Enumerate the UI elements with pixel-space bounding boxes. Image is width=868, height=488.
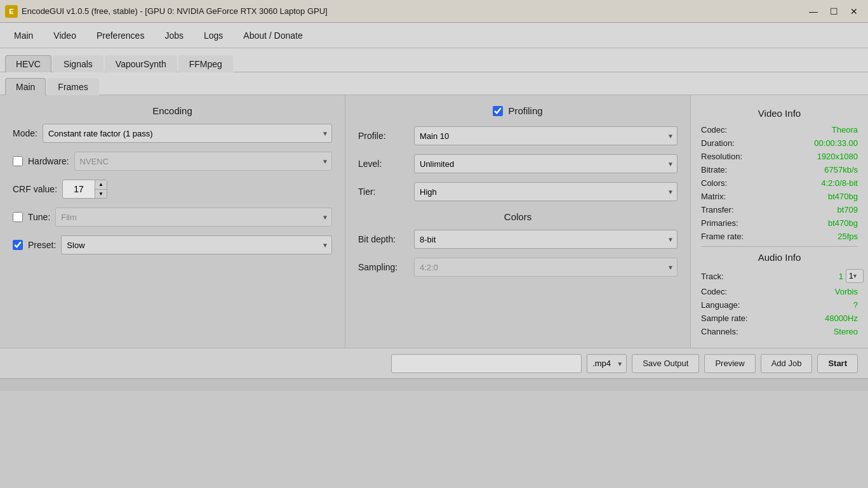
crf-down-button[interactable]: ▼ — [95, 190, 107, 199]
preset-row: Preset: Ultrafast Superfast Veryfast Fas… — [13, 235, 332, 254]
format-select-wrapper: .mp4 .mkv .mov .avi ▼ — [587, 354, 627, 373]
title-text: EncodeGUI v1.0.5 (free, stable) - [GPU 0… — [22, 6, 328, 16]
channels-value: Stereo — [834, 327, 858, 336]
mode-select[interactable]: Constant rate factor (1 pass) Constant r… — [43, 124, 332, 143]
sampling-select-wrapper: 4:2:0 4:2:2 4:4:4 ▼ — [414, 258, 678, 277]
matrix-value: bt470bg — [828, 192, 858, 201]
tune-select[interactable]: Film Animation Grain StillImage — [55, 208, 332, 227]
title-bar-controls: — ☐ ✕ — [805, 4, 863, 19]
hardware-label: Hardware: — [28, 156, 69, 166]
colors-value: 4:2:0/8-bit — [821, 178, 858, 188]
title-bar-left: E EncodeGUI v1.0.5 (free, stable) - [GPU… — [5, 5, 328, 18]
tier-select-wrapper: Main High ▼ — [414, 182, 678, 201]
add-job-button[interactable]: Add Job — [761, 354, 813, 373]
output-path-input[interactable] — [391, 354, 582, 373]
track-select[interactable]: 1 — [846, 269, 864, 283]
bitrate-row: Bitrate: 6757kb/s — [701, 165, 858, 175]
bitdepth-row: Bit depth: 8-bit 10-bit 12-bit ▼ — [358, 230, 678, 249]
language-label: Language: — [701, 300, 740, 310]
start-button[interactable]: Start — [817, 354, 858, 373]
tab-main[interactable]: Main — [5, 78, 46, 95]
preset-checkbox[interactable] — [13, 240, 23, 250]
duration-label: Duration: — [701, 138, 735, 148]
resolution-label: Resolution: — [701, 152, 742, 161]
primaries-value: bt470bg — [828, 218, 858, 228]
menu-item-jobs[interactable]: Jobs — [156, 28, 192, 43]
profiling-checkbox[interactable] — [493, 106, 503, 116]
minimize-button[interactable]: — — [805, 4, 822, 19]
crf-input-wrapper: ▲ ▼ — [62, 180, 107, 199]
menu-item-preferences[interactable]: Preferences — [88, 28, 153, 43]
transfer-value: bt709 — [837, 205, 858, 214]
tab-signals[interactable]: Signals — [53, 55, 103, 72]
bitdepth-select[interactable]: 8-bit 10-bit 12-bit — [414, 230, 678, 249]
save-output-button[interactable]: Save Output — [632, 354, 699, 373]
framerate-label: Frame rate: — [701, 232, 744, 241]
encoding-section-title: Encoding — [13, 105, 332, 116]
hardware-checkbox[interactable] — [13, 156, 23, 166]
tab-frames[interactable]: Frames — [47, 78, 98, 95]
tune-checkbox[interactable] — [13, 212, 23, 222]
framerate-value: 25fps — [838, 232, 858, 241]
preview-button[interactable]: Preview — [704, 354, 755, 373]
preset-select[interactable]: Ultrafast Superfast Veryfast Faster Fast… — [61, 235, 332, 254]
level-select-wrapper: Unlimited 1.0 2.0 2.1 3.0 3.1 4.0 4.1 5.… — [414, 154, 678, 173]
profiling-section-title: Profiling — [508, 105, 542, 116]
tier-select[interactable]: Main High — [414, 182, 678, 201]
format-select[interactable]: .mp4 .mkv .mov .avi — [587, 354, 627, 373]
sampling-label: Sampling: — [358, 262, 409, 272]
mode-select-wrapper: Constant rate factor (1 pass) Constant r… — [43, 124, 332, 143]
track-select-container: 1 1 ▼ — [839, 269, 858, 283]
app-icon-label: E — [9, 8, 13, 15]
profiling-panel: Profiling Profile: Main Main 10 Main Sti… — [345, 95, 690, 348]
status-bar — [0, 378, 868, 391]
app-icon: E — [5, 5, 18, 18]
sampling-row: Sampling: 4:2:0 4:2:2 4:4:4 ▼ — [358, 258, 678, 277]
samplerate-label: Sample rate: — [701, 313, 748, 323]
matrix-row: Matrix: bt470bg — [701, 192, 858, 201]
crf-label: CRF value: — [13, 184, 57, 194]
bitrate-label: Bitrate: — [701, 165, 727, 175]
tab-ffmpeg[interactable]: FFMpeg — [178, 55, 233, 72]
mode-row: Mode: Constant rate factor (1 pass) Cons… — [13, 124, 332, 143]
menu-item-logs[interactable]: Logs — [195, 28, 232, 43]
language-value: ? — [853, 300, 858, 310]
tab-hevc[interactable]: HEVC — [5, 55, 51, 72]
menu-item-main[interactable]: Main — [5, 28, 42, 43]
menu-item-video[interactable]: Video — [44, 28, 85, 43]
track-row: Track: 1 1 ▼ — [701, 269, 858, 283]
tab-vapoursynth[interactable]: VapourSynth — [105, 55, 177, 72]
preset-label: Preset: — [28, 240, 56, 250]
hardware-select[interactable]: NVENC AMF QuickSync — [74, 152, 332, 171]
tab-bar-1: HEVC Signals VapourSynth FFMpeg — [0, 48, 868, 72]
tier-label: Tier: — [358, 187, 409, 197]
maximize-button[interactable]: ☐ — [825, 4, 843, 19]
primaries-row: Primaries: bt470bg — [701, 218, 858, 228]
level-select[interactable]: Unlimited 1.0 2.0 2.1 3.0 3.1 4.0 4.1 5.… — [414, 154, 678, 173]
info-panel: Video Info Codec: Theora Duration: 00:00… — [690, 95, 868, 348]
resolution-value: 1920x1080 — [817, 152, 858, 161]
tune-select-wrapper: Film Animation Grain StillImage ▼ — [55, 208, 332, 227]
track-value: 1 — [839, 272, 843, 281]
framerate-row: Frame rate: 25fps — [701, 232, 858, 241]
bottom-bar: .mp4 .mkv .mov .avi ▼ Save Output Previe… — [0, 348, 868, 378]
hardware-row: Hardware: NVENC AMF QuickSync ▼ — [13, 152, 332, 171]
duration-value: 00:00:33.00 — [814, 138, 858, 148]
crf-up-button[interactable]: ▲ — [95, 180, 107, 190]
close-button[interactable]: ✕ — [845, 4, 863, 19]
duration-row: Duration: 00:00:33.00 — [701, 138, 858, 148]
info-divider — [701, 246, 858, 247]
crf-input[interactable] — [63, 184, 95, 194]
audio-codec-label: Codec: — [701, 287, 727, 296]
level-row: Level: Unlimited 1.0 2.0 2.1 3.0 3.1 4.0… — [358, 154, 678, 173]
crf-spinners: ▲ ▼ — [95, 180, 107, 199]
encoding-panel: Encoding Mode: Constant rate factor (1 p… — [0, 95, 345, 348]
matrix-label: Matrix: — [701, 192, 726, 201]
tune-row: Tune: Film Animation Grain StillImage ▼ — [13, 208, 332, 227]
profile-select[interactable]: Main Main 10 Main Still Picture — [414, 126, 678, 145]
menu-item-about[interactable]: About / Donate — [234, 28, 311, 43]
audio-codec-value: Vorbis — [835, 287, 858, 296]
sampling-select[interactable]: 4:2:0 4:2:2 4:4:4 — [414, 258, 678, 277]
samplerate-row: Sample rate: 48000Hz — [701, 313, 858, 323]
crf-row: CRF value: ▲ ▼ — [13, 180, 332, 199]
